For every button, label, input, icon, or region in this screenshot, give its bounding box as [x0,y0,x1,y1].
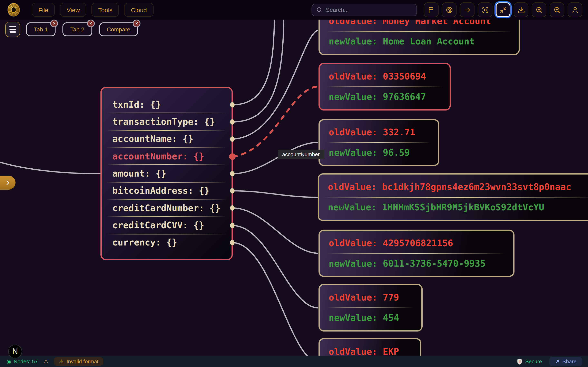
share-button[interactable]: ↗ Share [549,357,582,366]
handle-accountname[interactable] [230,136,234,142]
search-icon [316,7,323,13]
flag-button[interactable] [424,2,439,17]
secure-indicator: Secure [517,359,542,365]
app-window: txnId: {}transactionType: {}accountName:… [0,0,588,367]
menu-cloud[interactable]: Cloud [124,3,153,17]
nodes-indicator-icon: ◉ [7,359,11,365]
collapse-nodes-button[interactable] [496,2,510,17]
menu-view[interactable]: View [60,3,86,17]
handle-creditcardnumber[interactable] [230,205,234,211]
menu-toggle-button[interactable] [5,22,20,37]
tab-bar: Tab 1×Tab 2×Compare× [5,22,138,37]
flag-icon [427,6,435,14]
nodes-count-label: Nodes: 57 [14,359,38,365]
tab-label: Tab 1 [34,26,48,33]
arrow-right-icon [463,6,471,14]
edge-tooltip: accountNumber [278,150,324,159]
status-bar: ◉ Nodes: 57 ⚠ ⚠ Invalid format Secure ↗ … [0,356,588,367]
connection-handles-layer [0,0,588,367]
tab-close-button[interactable]: × [87,20,95,27]
tab-tab-1[interactable]: Tab 1× [26,22,56,36]
invalid-format-label: Invalid format [67,359,98,365]
warning-icon: ⚠ [43,359,48,365]
user-icon [571,6,579,14]
menu-bar: FileViewToolsCloud [32,3,153,17]
tab-tab-2[interactable]: Tab 2× [63,22,92,36]
handle-currency[interactable] [230,240,234,245]
tab-label: Compare [107,26,130,33]
search-input[interactable] [326,7,412,13]
menu-tools[interactable]: Tools [92,3,119,17]
zoom-in-button[interactable] [532,2,546,17]
top-toolbar: FileViewToolsCloud [0,0,588,20]
n-brand-logo: N [8,345,22,359]
tab-close-button[interactable]: × [133,20,140,27]
tab-label: Tab 2 [70,26,85,33]
handle-txnid[interactable] [230,102,234,108]
menu-file[interactable]: File [32,3,55,17]
toolbar-buttons [424,2,582,17]
focus-view-button[interactable] [478,2,493,17]
nodes-count: ◉ Nodes: 57 [7,359,38,365]
forward-button[interactable] [460,2,475,17]
tab-close-button[interactable]: × [51,20,58,27]
sidebar-expand-button[interactable] [0,176,16,190]
zoom-out-button[interactable] [550,2,564,17]
handle-amount[interactable] [230,171,234,176]
share-label: Share [562,359,577,365]
zoom-out-icon [553,6,561,14]
tab-compare[interactable]: Compare× [99,22,138,36]
download-button[interactable] [514,2,528,17]
search-box[interactable] [311,3,417,16]
focus-icon [481,6,489,14]
app-logo-icon [6,2,21,17]
secure-label: Secure [525,359,542,365]
handle-accountnumber[interactable] [229,153,236,160]
handle-creditcardcvv[interactable] [230,223,234,228]
theme-palette-button[interactable] [442,2,457,17]
chevron-right-icon [4,179,11,186]
collapse-icon [499,6,507,14]
zoom-in-icon [535,6,543,14]
tabs-container: Tab 1×Tab 2×Compare× [26,22,138,36]
warning-icon: ⚠ [59,359,64,365]
palette-icon [445,6,453,14]
download-icon [517,6,525,14]
handle-bitcoinaddress[interactable] [230,188,234,193]
shield-icon [517,359,522,365]
handle-transactiontype[interactable] [230,119,234,125]
share-arrow-icon: ↗ [555,359,560,365]
account-button[interactable] [568,2,582,17]
invalid-format-badge: ⚠ Invalid format [54,357,103,366]
